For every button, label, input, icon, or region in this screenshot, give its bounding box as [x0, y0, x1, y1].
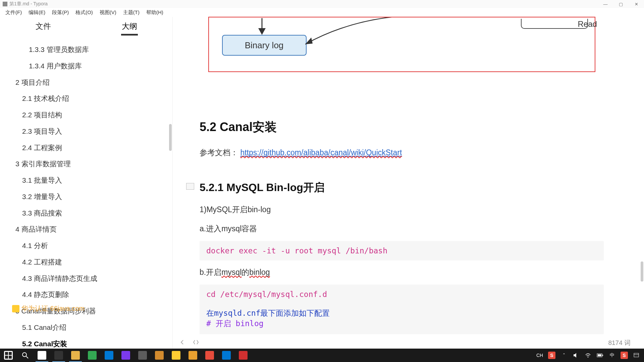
outline-item[interactable]: 4.3 商品详情静态页生成	[0, 270, 172, 287]
p-open-binlog: 1)MySQL开启bin-log	[200, 202, 604, 217]
battery-icon[interactable]	[596, 352, 604, 359]
outline-item[interactable]: 4.2 工程搭建	[0, 254, 172, 270]
p-open-mysql-binlog: b.开启mysql的binlog	[200, 265, 604, 280]
taskbar-app[interactable]	[134, 349, 151, 362]
content-scrollbar[interactable]	[641, 261, 643, 282]
svg-marker-2	[305, 38, 313, 44]
outline-item[interactable]: 1.3.4 用户数据库	[0, 58, 172, 74]
taskbar-app[interactable]	[67, 349, 84, 362]
outline-item[interactable]: 3.2 增量导入	[0, 189, 172, 205]
taskbar-app[interactable]	[117, 349, 134, 362]
svg-line-4	[26, 356, 28, 358]
window-title: 第1章.md - Typora	[9, 1, 48, 7]
outline-item[interactable]: 5.1 Canal介绍	[0, 319, 172, 336]
taskbar-app[interactable]	[184, 349, 201, 362]
system-tray: CH S ˄ 中 S	[536, 352, 644, 359]
tab-outline[interactable]: 大纲	[86, 17, 172, 36]
outline-item[interactable]: 5.2 Canal安装	[0, 336, 172, 349]
sidebar-scrollbar[interactable]	[169, 124, 172, 151]
menu-file[interactable]: 文件(F)	[2, 9, 25, 16]
taskbar-app[interactable]	[84, 349, 101, 362]
taskbar-app[interactable]	[151, 349, 168, 362]
outline-item[interactable]: 3 索引库数据管理	[0, 156, 172, 172]
back-icon[interactable]	[179, 339, 185, 347]
diagram: Binary log Read	[208, 17, 595, 72]
search-button[interactable]	[17, 349, 34, 362]
source-icon[interactable]	[193, 339, 199, 347]
p-enter-container: a.进入mysql容器	[200, 222, 604, 236]
outline-item[interactable]: 2 项目介绍	[0, 74, 172, 91]
svg-rect-7	[602, 355, 603, 356]
menu-view[interactable]: 视图(V)	[96, 9, 120, 16]
sogou-icon[interactable]: S	[548, 352, 555, 359]
ref-label: 参考文档：	[200, 148, 238, 157]
svg-marker-1	[258, 28, 266, 35]
taskbar-app[interactable]	[50, 349, 67, 362]
taskbar-app[interactable]	[168, 349, 184, 362]
heading-5-2-1: 5.2.1 MySQL Bin-log开启	[200, 180, 604, 195]
taskbar-app[interactable]	[218, 349, 235, 362]
titlebar: 第1章.md - Typora — ▢ ✕	[0, 0, 644, 8]
menubar: 文件(F) 编辑(E) 段落(P) 格式(O) 视图(V) 主题(T) 帮助(H…	[0, 8, 644, 17]
word-count[interactable]: 8174 词	[608, 339, 631, 347]
menu-format[interactable]: 格式(O)	[72, 9, 96, 16]
taskbar-app[interactable]	[34, 349, 50, 362]
outline-item[interactable]: 4.1 分析	[0, 238, 172, 254]
outline-item[interactable]: 2.2 项目结构	[0, 107, 172, 123]
arrow-down-icon	[257, 18, 267, 35]
codeblock-docker[interactable]: docker exec -it -u root mysql /bin/bash	[200, 241, 604, 260]
tray-chevron-icon[interactable]: ˄	[560, 352, 568, 359]
heading-marker-icon	[186, 183, 194, 190]
outline-list[interactable]: 1.3.3 管理员数据库1.3.4 用户数据库2 项目介绍2.1 技术栈介绍2.…	[0, 36, 172, 349]
svg-rect-9	[634, 353, 639, 357]
maximize-button[interactable]: ▢	[613, 0, 629, 8]
start-button[interactable]	[0, 349, 17, 362]
menu-edit[interactable]: 编辑(E)	[25, 9, 49, 16]
minimize-button[interactable]: —	[598, 0, 613, 8]
lang-indicator[interactable]: 中	[608, 352, 616, 359]
sogou-icon-2[interactable]: S	[621, 352, 628, 359]
close-button[interactable]: ✕	[629, 0, 644, 8]
outline-item[interactable]: 3.1 批量导入	[0, 172, 172, 189]
outline-item[interactable]: 2.3 项目导入	[0, 123, 172, 140]
ref-line: 参考文档： https://github.com/alibaba/canal/w…	[200, 145, 604, 160]
volume-icon[interactable]	[572, 352, 580, 359]
outline-item[interactable]: 2.1 技术栈介绍	[0, 90, 172, 107]
outline-item[interactable]: 2.4 工程案例	[0, 140, 172, 156]
menu-paragraph[interactable]: 段落(P)	[49, 9, 72, 16]
outline-item[interactable]: 3.3 商品搜索	[0, 205, 172, 222]
menu-theme[interactable]: 主题(T)	[120, 9, 143, 16]
svg-point-3	[22, 353, 26, 357]
binlog-box: Binary log	[222, 35, 307, 56]
app-icon	[3, 2, 7, 6]
menu-help[interactable]: 帮助(H)	[143, 9, 167, 16]
svg-point-5	[588, 357, 589, 358]
outline-item[interactable]: 4.4 静态页删除	[0, 287, 172, 303]
heading-5-2: 5.2 Canal安装	[200, 119, 604, 135]
outline-item[interactable]: 1.3.3 管理员数据库	[0, 42, 172, 58]
outline-item[interactable]: 5 Canal增量数据同步利器	[0, 303, 172, 319]
sidebar: 文件 大纲 1.3.3 管理员数据库1.3.4 用户数据库2 项目介绍2.1 技…	[0, 17, 173, 349]
svg-rect-8	[598, 354, 601, 356]
taskbar-app[interactable]	[101, 349, 117, 362]
ime-indicator[interactable]: CH	[536, 352, 543, 359]
wifi-icon[interactable]	[584, 352, 592, 359]
right-box-fragment	[521, 19, 588, 29]
outline-item[interactable]: 4 商品详情页	[0, 221, 172, 238]
codeblock-config[interactable]: cd /etc/mysql/mysql.conf.d 在mysqld.cnf最下…	[200, 285, 604, 334]
taskbar-app[interactable]	[201, 349, 218, 362]
notifications-icon[interactable]	[633, 352, 640, 359]
ref-link[interactable]: https://github.com/alibaba/canal/wiki/Qu…	[240, 148, 402, 157]
editor-content[interactable]: Binary log Read 5.2 Canal安装 参考文档： https:…	[173, 17, 644, 349]
tab-files[interactable]: 文件	[0, 17, 86, 36]
taskbar-app[interactable]	[235, 349, 252, 362]
statusbar: 8174 词	[173, 337, 644, 349]
taskbar: CH S ˄ 中 S	[0, 349, 644, 362]
